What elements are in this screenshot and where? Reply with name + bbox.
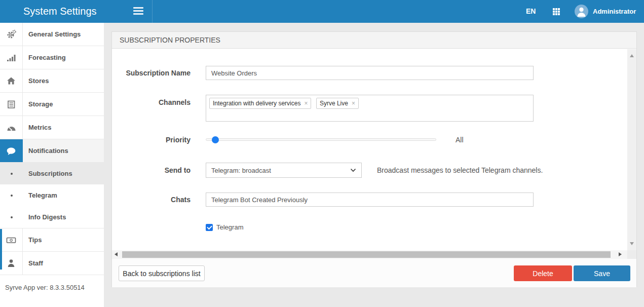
sidebar-item-notifications[interactable]: Notifications bbox=[0, 139, 104, 163]
gears-icon bbox=[0, 23, 23, 46]
remove-tag-icon[interactable]: × bbox=[352, 101, 355, 106]
sidebar-item-tips[interactable]: Tips bbox=[0, 228, 104, 252]
vertical-scrollbar[interactable] bbox=[627, 49, 636, 250]
panel-title: SUBSCRIPTION PROPERTIES bbox=[112, 32, 636, 49]
chats-input[interactable] bbox=[206, 193, 534, 207]
sidebar-subitem-info-digests[interactable]: Info Digests bbox=[0, 206, 104, 228]
channel-tag: Syrve Live × bbox=[316, 98, 359, 109]
slider-track[interactable] bbox=[206, 138, 436, 141]
sidebar-item-stores[interactable]: Stores bbox=[0, 69, 104, 93]
telegram-checkbox-row: Telegram bbox=[112, 223, 243, 231]
person-icon bbox=[0, 252, 23, 275]
app-version: Syrve App ver: 8.3.3.50514 bbox=[5, 284, 85, 291]
notifications-subgroup: Subscriptions Telegram Info Digests bbox=[0, 163, 104, 228]
app-title: System Settings bbox=[23, 0, 97, 23]
scroll-down-arrow-icon[interactable] bbox=[630, 242, 634, 245]
remove-tag-icon[interactable]: × bbox=[304, 101, 308, 106]
chats-label: Chats bbox=[112, 193, 191, 204]
home-icon bbox=[0, 69, 23, 92]
sidebar-subitem-telegram[interactable]: Telegram bbox=[0, 184, 104, 206]
chat-bubble-icon bbox=[0, 139, 23, 162]
subscription-properties-panel: SUBSCRIPTION PROPERTIES Subscription Nam… bbox=[111, 31, 637, 287]
send-to-row: Send to Telegram: broadcast Broadcast me… bbox=[112, 163, 543, 178]
sidebar-subitem-subscriptions[interactable]: Subscriptions bbox=[0, 163, 104, 184]
scroll-right-arrow-icon[interactable] bbox=[619, 252, 622, 256]
chevron-down-icon bbox=[350, 168, 356, 172]
sidebar-item-staff[interactable]: Staff bbox=[0, 252, 104, 275]
priority-label: Priority bbox=[112, 135, 191, 144]
channels-row: Channels Integration with delivery servi… bbox=[112, 95, 534, 122]
panel-body: Subscription Name Channels Integration w… bbox=[112, 49, 636, 250]
sidebar-item-forecasting[interactable]: Forecasting bbox=[0, 46, 104, 69]
sidebar-item-storage[interactable]: Storage bbox=[0, 93, 104, 116]
avatar[interactable] bbox=[575, 5, 588, 18]
topbar-divider bbox=[152, 0, 153, 23]
topbar: System Settings EN Administrator bbox=[0, 0, 644, 23]
slider-thumb[interactable] bbox=[212, 136, 219, 143]
chats-row: Chats bbox=[112, 193, 534, 207]
apps-grid-icon[interactable] bbox=[553, 8, 560, 15]
scroll-left-arrow-icon[interactable] bbox=[115, 252, 118, 256]
sidebar: General Settings Forecasting Stores bbox=[0, 23, 104, 307]
telegram-checkbox-label: Telegram bbox=[216, 223, 243, 231]
horizontal-scrollbar[interactable] bbox=[112, 250, 636, 259]
subscription-name-row: Subscription Name bbox=[112, 66, 534, 80]
gauge-icon bbox=[0, 116, 23, 139]
priority-row: Priority All bbox=[112, 135, 464, 144]
scrollbar-corner bbox=[627, 250, 636, 259]
list-icon bbox=[0, 93, 23, 116]
user-name[interactable]: Administrator bbox=[593, 0, 636, 23]
sidebar-item-general-settings[interactable]: General Settings bbox=[0, 23, 104, 46]
send-to-label: Send to bbox=[112, 163, 191, 175]
panel-footer: Back to subscriptions list Delete Save bbox=[112, 259, 636, 287]
subscription-name-input[interactable] bbox=[206, 66, 534, 80]
banknote-icon bbox=[0, 228, 23, 251]
telegram-checkbox[interactable]: Telegram bbox=[206, 223, 243, 231]
channels-label: Channels bbox=[112, 95, 191, 107]
channels-tag-input[interactable]: Integration with delivery services × Syr… bbox=[206, 95, 534, 122]
send-to-select[interactable]: Telegram: broadcast bbox=[206, 163, 362, 178]
sidebar-item-metrics[interactable]: Metrics bbox=[0, 116, 104, 139]
bar-chart-icon bbox=[0, 46, 23, 69]
channel-tag: Integration with delivery services × bbox=[209, 98, 311, 109]
send-to-hint: Broadcast messages to selected Telegram … bbox=[377, 163, 543, 178]
back-to-subscriptions-button[interactable]: Back to subscriptions list bbox=[119, 265, 205, 281]
save-button[interactable]: Save bbox=[574, 265, 630, 281]
scroll-up-arrow-icon[interactable] bbox=[630, 54, 634, 57]
user-silhouette-icon bbox=[575, 5, 588, 18]
checkbox-checked-icon[interactable] bbox=[206, 224, 213, 231]
hamburger-menu-icon[interactable] bbox=[133, 7, 144, 16]
sidebar-scroll-indicator[interactable] bbox=[0, 229, 2, 270]
language-switcher[interactable]: EN bbox=[526, 0, 536, 23]
priority-value: All bbox=[456, 135, 464, 144]
priority-slider[interactable] bbox=[206, 135, 436, 144]
subscription-name-label: Subscription Name bbox=[112, 66, 191, 78]
horizontal-scrollbar-thumb[interactable] bbox=[122, 251, 611, 258]
delete-button[interactable]: Delete bbox=[514, 265, 572, 281]
